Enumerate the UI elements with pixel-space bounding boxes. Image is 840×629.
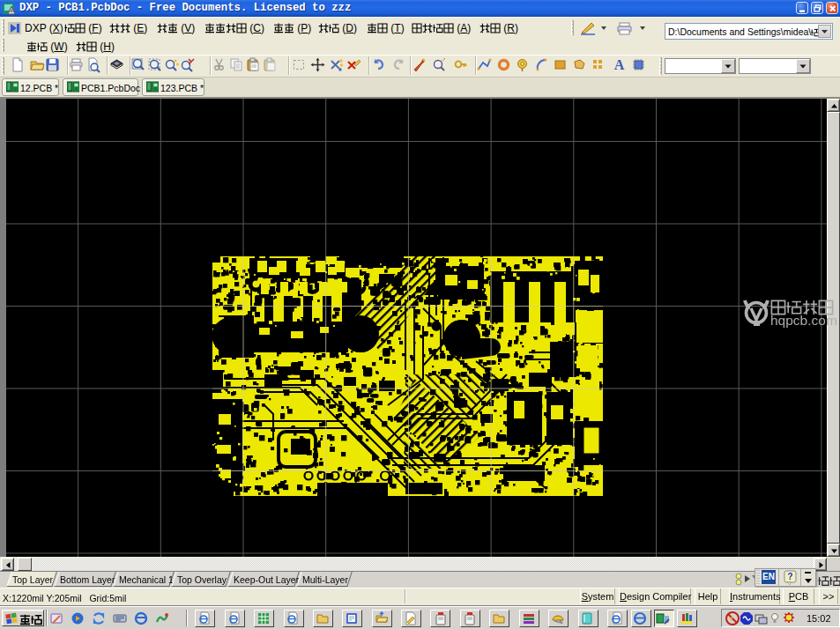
svg-text:A: A bbox=[614, 57, 625, 72]
svg-text:hqpcb.com: hqpcb.com bbox=[770, 313, 837, 328]
svg-text:?: ? bbox=[787, 572, 792, 581]
